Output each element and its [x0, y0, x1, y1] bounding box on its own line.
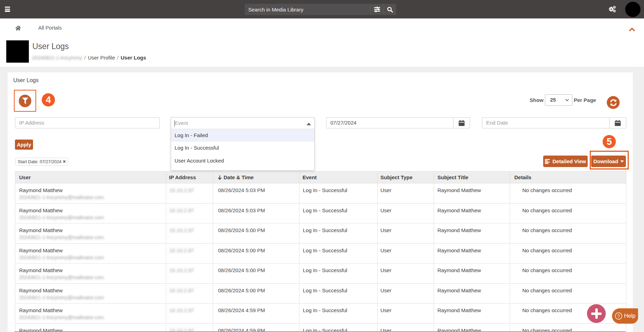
- svg-text:?: ?: [617, 314, 620, 319]
